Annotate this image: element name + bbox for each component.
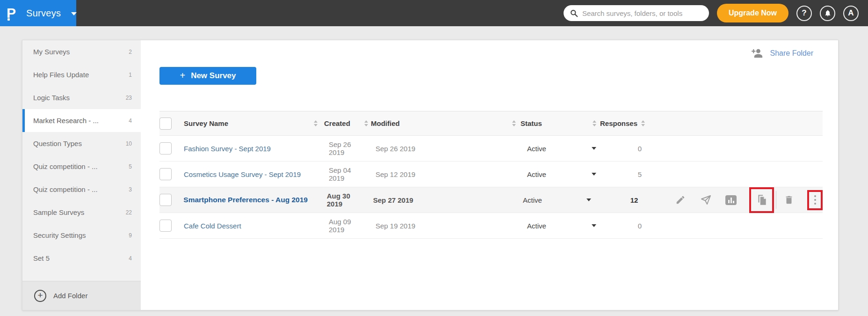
folder-label: Quiz competition - ... xyxy=(33,185,98,193)
sidebar-item-quiz-competition-2[interactable]: Quiz competition - ... 3 xyxy=(22,178,141,201)
status-dropdown[interactable]: Active xyxy=(516,196,595,204)
caret-down-icon xyxy=(592,173,596,176)
column-header-survey-name[interactable]: Survey Name xyxy=(184,119,228,127)
status-dropdown[interactable]: Active xyxy=(521,170,600,178)
sort-arrows-icon[interactable] xyxy=(364,120,368,126)
more-options-button[interactable] xyxy=(809,193,821,207)
created-date: Aug 09 2019 xyxy=(329,218,368,234)
sidebar-item-market-research[interactable]: Market Research - ... 4 xyxy=(22,109,141,132)
chevron-down-icon xyxy=(71,12,77,15)
folder-count: 22 xyxy=(126,209,132,216)
caret-down-icon xyxy=(592,224,596,227)
folder-count: 5 xyxy=(129,163,132,170)
modified-date: Sep 19 2019 xyxy=(376,222,415,230)
folder-count: 3 xyxy=(129,186,132,193)
folder-count: 10 xyxy=(126,140,132,147)
responses-count: 12 xyxy=(630,196,638,204)
add-folder-button[interactable]: Add Folder xyxy=(22,281,141,310)
send-button[interactable] xyxy=(699,193,713,207)
sidebar-item-my-surveys[interactable]: My Surveys 2 xyxy=(22,40,141,63)
help-button[interactable]: ? xyxy=(796,6,812,21)
table-header-row: Survey Name Created Modified Status Resp… xyxy=(159,111,823,136)
copy-pages-icon xyxy=(756,194,768,206)
search-icon xyxy=(570,9,578,17)
survey-name-link[interactable]: Cafe Cold Dessert xyxy=(184,222,241,230)
circle-plus-icon xyxy=(34,290,46,302)
sort-arrows-icon[interactable] xyxy=(593,120,596,126)
sort-arrows-icon[interactable] xyxy=(512,120,516,126)
edit-button[interactable] xyxy=(673,193,687,207)
sidebar-item-quiz-competition-1[interactable]: Quiz competition - ... 5 xyxy=(22,155,141,178)
folder-label: Quiz competition - ... xyxy=(33,162,98,170)
new-survey-label: New Survey xyxy=(191,71,236,81)
survey-name-link[interactable]: Fashion Survey - Sept 2019 xyxy=(184,145,271,153)
modified-date: Sep 26 2019 xyxy=(376,145,415,153)
sidebar-item-sample-surveys[interactable]: Sample Surveys 22 xyxy=(22,201,141,224)
column-header-created[interactable]: Created xyxy=(324,119,350,127)
avatar[interactable]: A xyxy=(843,6,859,21)
table-row: Cosmetics Usage Survey - Sept 2019 Sep 0… xyxy=(159,162,823,187)
caret-down-icon xyxy=(592,147,596,150)
sort-arrows-icon[interactable] xyxy=(641,120,645,126)
avatar-initial: A xyxy=(848,8,854,18)
created-date: Sep 26 2019 xyxy=(329,140,368,156)
folder-content: Share Folder + New Survey Survey Name Cr… xyxy=(141,40,838,310)
table-row: Cafe Cold Dessert Aug 09 2019 Sep 19 201… xyxy=(159,213,823,239)
folder-label: My Surveys xyxy=(33,48,70,56)
new-survey-button[interactable]: + New Survey xyxy=(159,67,256,85)
question-mark-icon: ? xyxy=(802,8,806,18)
search-input[interactable] xyxy=(582,9,702,17)
sidebar-item-security-settings[interactable]: Security Settings 9 xyxy=(22,224,141,247)
modified-date: Sep 12 2019 xyxy=(376,170,415,178)
folder-label: Set 5 xyxy=(33,254,50,262)
folder-count: 2 xyxy=(129,49,132,55)
folders-sidebar: My Surveys 2 Help Files Update 1 Logic T… xyxy=(22,40,141,310)
column-header-responses[interactable]: Responses xyxy=(600,119,637,127)
share-folder-link[interactable]: Share Folder xyxy=(751,48,814,59)
row-actions xyxy=(673,187,823,213)
survey-name-link[interactable]: Smartphone Preferences - Aug 2019 xyxy=(183,196,308,204)
row-checkbox[interactable] xyxy=(159,194,172,206)
folder-count: 9 xyxy=(129,232,132,239)
folder-count: 4 xyxy=(129,255,132,262)
duplicate-button[interactable] xyxy=(755,193,769,207)
folder-label: Logic Tasks xyxy=(33,94,70,102)
status-dropdown[interactable]: Active xyxy=(521,145,600,153)
status-dropdown[interactable]: Active xyxy=(521,222,600,230)
column-header-modified[interactable]: Modified xyxy=(371,119,400,127)
sidebar-item-logic-tasks[interactable]: Logic Tasks 23 xyxy=(22,86,141,109)
responses-count: 0 xyxy=(638,145,642,153)
survey-name-link[interactable]: Cosmetics Usage Survey - Sept 2019 xyxy=(184,170,301,178)
row-checkbox[interactable] xyxy=(159,142,172,154)
delete-button[interactable] xyxy=(782,193,796,207)
row-checkbox[interactable] xyxy=(159,168,172,180)
sidebar-item-help-files-update[interactable]: Help Files Update 1 xyxy=(22,63,141,86)
upgrade-now-button[interactable]: Upgrade Now xyxy=(717,4,788,22)
select-all-checkbox[interactable] xyxy=(159,118,172,130)
notifications-button[interactable] xyxy=(820,6,835,21)
responses-count: 0 xyxy=(638,222,642,230)
topbar-right-group: Upgrade Now ? A xyxy=(564,4,868,22)
folder-count: 4 xyxy=(129,118,132,124)
row-checkbox[interactable] xyxy=(159,220,172,232)
folder-label: Market Research - ... xyxy=(33,117,99,125)
sidebar-item-question-types[interactable]: Question Types 10 xyxy=(22,132,141,155)
reports-button[interactable] xyxy=(724,193,738,207)
plus-icon: + xyxy=(180,70,185,81)
table-row: Fashion Survey - Sept 2019 Sep 26 2019 S… xyxy=(159,136,823,162)
sidebar-item-set-5[interactable]: Set 5 4 xyxy=(22,247,141,270)
column-header-status[interactable]: Status xyxy=(521,119,542,127)
more-highlight-box xyxy=(807,190,823,210)
status-value: Active xyxy=(527,222,546,230)
table-row-highlighted: Smartphone Preferences - Aug 2019 Aug 30… xyxy=(159,187,823,213)
copy-highlight-box xyxy=(749,187,774,213)
folder-label: Security Settings xyxy=(33,231,86,239)
app-switcher[interactable]: P Surveys xyxy=(0,0,76,26)
folder-label: Sample Surveys xyxy=(33,208,84,216)
share-folder-label: Share Folder xyxy=(770,49,814,58)
modified-date: Sep 27 2019 xyxy=(373,196,413,204)
trash-icon xyxy=(784,195,794,205)
sort-arrows-icon[interactable] xyxy=(314,120,318,126)
bar-chart-icon xyxy=(725,195,737,205)
pencil-icon xyxy=(675,195,686,205)
